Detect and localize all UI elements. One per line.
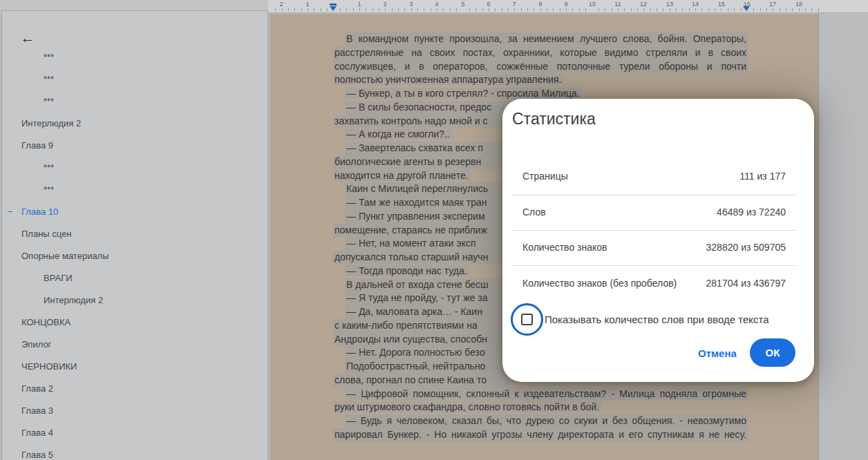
- ruler-number: 11: [614, 1, 621, 8]
- ruler-number: 6: [487, 1, 490, 8]
- top-strip: [0, 0, 270, 10]
- outline-item[interactable]: Планы сцен: [2, 223, 267, 245]
- divider: [511, 195, 796, 195]
- stats-label: Страницы: [522, 169, 568, 183]
- outline-item[interactable]: ***: [2, 157, 267, 179]
- ruler-number: 1: [305, 1, 309, 8]
- ruler-number: 18: [795, 1, 802, 8]
- outline-item[interactable]: ***: [2, 68, 267, 90]
- outline-item[interactable]: Интерлюдия 2: [2, 113, 267, 135]
- stats-row: Слов 46489 из 72240: [522, 205, 786, 219]
- outline-item[interactable]: ***: [2, 179, 267, 201]
- ruler-number: 4: [435, 1, 438, 8]
- stats-label: Количество знаков (без пробелов): [522, 276, 677, 290]
- outline-list: *** *** *** Интерлюдия 2 Глава 9 *** ***…: [2, 46, 267, 460]
- horizontal-ruler[interactable]: 2 1 1 2 3 4 5 6 7 8 9 10 11 12 13 14 15 …: [268, 0, 868, 13]
- ruler-number: 9: [564, 1, 567, 8]
- doc-line: — Цифровой помощник, склонный к издевате…: [334, 387, 748, 401]
- ruler-ticks: [270, 8, 822, 11]
- dialog-title: Статистика: [512, 110, 596, 128]
- show-word-count-checkbox[interactable]: [521, 314, 533, 325]
- ok-button[interactable]: ОК: [750, 338, 795, 367]
- outline-item[interactable]: КОНЦОВКА: [2, 312, 267, 334]
- outline-sidebar: ← *** *** *** Интерлюдия 2 Глава 9 *** *…: [1, 10, 268, 460]
- doc-line: парировал Бункер. - Но никакой угрозы чл…: [334, 428, 748, 442]
- ruler-number: 8: [538, 1, 542, 8]
- doc-line: В командном пункте произошла, за неимени…: [334, 32, 748, 46]
- ruler-number: 15: [718, 1, 725, 8]
- outline-item[interactable]: Интерлюдия 2: [2, 289, 267, 312]
- checkbox-label[interactable]: Показывать количество слов при вводе тек…: [545, 314, 769, 326]
- doc-line: сослуживцев, и в операторов, сожжённые п…: [334, 60, 748, 74]
- stats-value: 328820 из 509705: [706, 240, 786, 254]
- stats-row: Страницы 111 из 177: [522, 169, 786, 183]
- outline-item[interactable]: ***: [2, 90, 267, 113]
- stats-value: 281704 из 436797: [706, 276, 786, 290]
- ruler-number: 2: [279, 1, 283, 8]
- outline-item[interactable]: Глава 5: [2, 444, 267, 460]
- outline-item[interactable]: Опорные материалы: [2, 245, 267, 267]
- ruler-number: 2: [383, 1, 386, 8]
- ruler-number: 5: [461, 1, 464, 8]
- outline-item[interactable]: ЧЕРНОВИКИ: [2, 356, 267, 378]
- outline-item[interactable]: ***: [2, 46, 267, 68]
- left-indent-marker[interactable]: [330, 6, 337, 11]
- outline-item[interactable]: Глава 4: [2, 422, 267, 444]
- collapse-icon[interactable]: −: [8, 201, 13, 223]
- outline-item[interactable]: ВРАГИ: [2, 267, 267, 289]
- doc-line: — Будь я человеком, сказал бы, что дурею…: [334, 414, 748, 428]
- stats-row: Количество знаков 328820 из 509705: [522, 240, 786, 254]
- stats-row: Количество знаков (без пробелов) 281704 …: [522, 276, 786, 290]
- ruler-number: 1: [357, 1, 361, 8]
- divider: [511, 230, 796, 231]
- ruler-number: 3: [409, 1, 413, 8]
- ruler-number: 12: [640, 1, 647, 8]
- ruler-number: 7: [512, 1, 516, 8]
- first-line-indent-marker[interactable]: [330, 3, 337, 6]
- stats-value: 111 из 177: [739, 169, 786, 183]
- right-indent-marker[interactable]: [743, 6, 750, 11]
- doc-line: полностью уничтоженная аппаратура управл…: [334, 73, 748, 87]
- outline-item-current[interactable]: − Глава 10: [2, 201, 267, 223]
- stats-value: 46489 из 72240: [717, 205, 786, 219]
- stats-label: Количество знаков: [522, 240, 607, 254]
- outline-item[interactable]: Эпилог: [2, 334, 267, 356]
- outline-item[interactable]: Глава 3: [2, 400, 267, 422]
- ruler-number: 10: [589, 1, 596, 8]
- ruler-number: 13: [666, 1, 673, 8]
- doc-line: руки штурмового скафандра, словно готовя…: [334, 401, 748, 414]
- google-docs-screen: 2 1 1 2 3 4 5 6 7 8 9 10 11 12 13 14 15 …: [0, 0, 868, 460]
- outline-item[interactable]: Глава 2: [2, 378, 267, 400]
- statistics-dialog: Статистика Страницы 111 из 177 Слов 4648…: [502, 99, 814, 382]
- stats-label: Слов: [522, 205, 546, 219]
- outline-item[interactable]: Глава 9: [2, 135, 267, 157]
- ruler-number: 14: [692, 1, 699, 8]
- doc-line: расстрелянные на своих постах, охранники…: [334, 46, 748, 60]
- outline-item-label: Глава 10: [21, 207, 58, 217]
- ruler-number: 17: [769, 1, 776, 8]
- divider: [511, 265, 796, 266]
- cancel-button[interactable]: Отмена: [698, 347, 737, 359]
- back-arrow-icon[interactable]: ←: [19, 29, 37, 47]
